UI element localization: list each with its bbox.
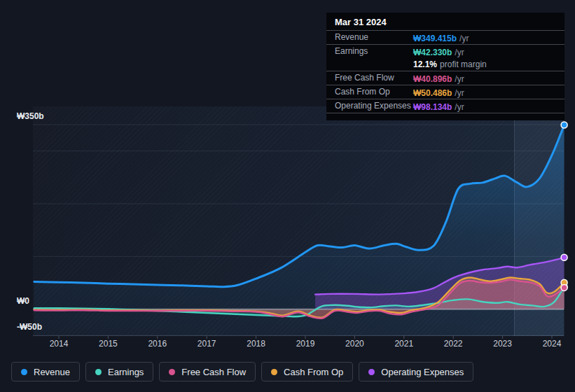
- legend-dot-free-cash-flow: [169, 369, 175, 375]
- tooltip-value-free-cash-flow: ₩40.896b: [413, 74, 452, 84]
- tooltip-suffix: /yr: [455, 48, 464, 57]
- chart-legend: Revenue Earnings Free Cash Flow Cash Fro…: [11, 362, 473, 382]
- tooltip-row-earnings: Earnings ₩42.330b/yr 12.1%profit margin: [326, 45, 564, 71]
- legend-label-earnings: Earnings: [108, 367, 144, 377]
- x-axis-label-2020: 2020: [338, 339, 370, 349]
- chart-tooltip: Mar 31 2024 Revenue ₩349.415b/yr Earning…: [326, 13, 564, 120]
- x-axis-label-2023: 2023: [487, 339, 519, 349]
- tooltip-date: Mar 31 2024: [326, 13, 564, 31]
- x-axis-label-2018: 2018: [240, 339, 272, 349]
- legend-item-cash-from-op[interactable]: Cash From Op: [261, 362, 353, 382]
- y-axis-label-350b: ₩350b: [17, 111, 44, 122]
- earnings-revenue-history-chart: ₩350b ₩0 -₩50b 2014 2015 2016 2017 2018 …: [0, 0, 575, 392]
- tooltip-value-revenue: ₩349.415b: [413, 34, 457, 43]
- profit-margin-label: profit margin: [440, 59, 487, 69]
- y-axis-label-0: ₩0: [17, 296, 29, 307]
- tooltip-suffix: /yr: [455, 88, 464, 98]
- profit-margin-line: 12.1%profit margin: [413, 58, 556, 71]
- tooltip-row-free-cash-flow: Free Cash Flow ₩40.896b/yr: [326, 71, 564, 85]
- legend-label-cash-from-op: Cash From Op: [284, 367, 343, 377]
- tooltip-value-operating-expenses: ₩98.134b: [413, 102, 452, 112]
- x-axis-label-2017: 2017: [190, 339, 223, 349]
- legend-item-operating-expenses[interactable]: Operating Expenses: [359, 362, 473, 382]
- legend-item-revenue[interactable]: Revenue: [11, 362, 80, 382]
- legend-dot-revenue: [21, 369, 27, 375]
- tooltip-label-earnings: Earnings: [335, 46, 413, 57]
- tooltip-label-revenue: Revenue: [335, 31, 413, 43]
- legend-dot-cash-from-op: [271, 369, 277, 375]
- tooltip-label-cash-from-op: Cash From Op: [335, 86, 413, 97]
- tooltip-suffix: /yr: [455, 102, 464, 112]
- legend-label-revenue: Revenue: [34, 367, 70, 377]
- tooltip-label-operating-expenses: Operating Expenses: [335, 100, 413, 111]
- y-axis-label-neg50b: -₩50b: [17, 322, 42, 332]
- legend-dot-earnings: [95, 369, 102, 375]
- profit-margin-value: 12.1%: [413, 59, 437, 69]
- x-axis-label-2014: 2014: [43, 339, 75, 349]
- x-axis-label-2021: 2021: [388, 339, 420, 349]
- x-axis-label-2016: 2016: [141, 339, 174, 349]
- tooltip-value-cash-from-op: ₩50.486b: [413, 88, 452, 98]
- legend-dot-operating-expenses: [368, 369, 375, 375]
- tooltip-row-cash-from-op: Cash From Op ₩50.486b/yr: [326, 85, 564, 99]
- x-axis-label-2019: 2019: [289, 339, 321, 349]
- legend-item-free-cash-flow[interactable]: Free Cash Flow: [159, 362, 256, 382]
- legend-item-earnings[interactable]: Earnings: [85, 362, 153, 382]
- legend-label-free-cash-flow: Free Cash Flow: [181, 367, 246, 377]
- tooltip-label-free-cash-flow: Free Cash Flow: [335, 72, 413, 83]
- tooltip-value-earnings: ₩42.330b: [413, 48, 452, 57]
- tooltip-row-revenue: Revenue ₩349.415b/yr: [326, 31, 564, 45]
- tooltip-suffix: /yr: [459, 34, 469, 43]
- x-axis-label-2022: 2022: [437, 339, 469, 349]
- x-axis-label-2015: 2015: [92, 339, 124, 349]
- tooltip-suffix: /yr: [455, 74, 464, 84]
- x-axis-label-2024: 2024: [536, 339, 568, 349]
- tooltip-row-operating-expenses: Operating Expenses ₩98.134b/yr: [326, 99, 564, 113]
- legend-label-operating-expenses: Operating Expenses: [381, 367, 464, 377]
